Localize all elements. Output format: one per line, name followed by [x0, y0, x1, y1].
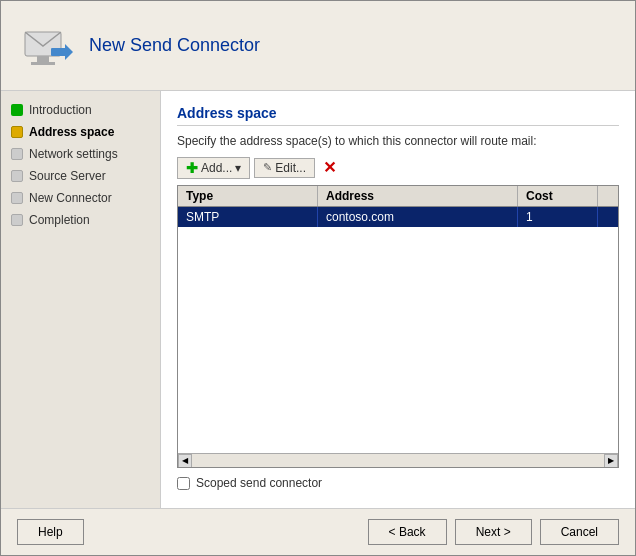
back-button[interactable]: < Back: [368, 519, 447, 545]
scoped-connector-label[interactable]: Scoped send connector: [196, 476, 322, 490]
column-header-type: Type: [178, 186, 318, 206]
sidebar-item-label: New Connector: [29, 191, 112, 205]
add-dropdown-icon: ▾: [235, 161, 241, 175]
delete-button[interactable]: ✕: [319, 156, 340, 179]
cell-type: SMTP: [178, 207, 318, 227]
sidebar-item-label: Source Server: [29, 169, 106, 183]
address-space-table: Type Address Cost SMTP contoso.com 1 ◀ ▶: [177, 185, 619, 468]
cell-cost: 1: [518, 207, 598, 227]
svg-rect-4: [31, 62, 55, 65]
sidebar-item-label: Network settings: [29, 147, 118, 161]
dialog-title: New Send Connector: [89, 35, 260, 56]
svg-rect-3: [37, 56, 49, 62]
dialog-header: New Send Connector: [1, 1, 635, 91]
scroll-left-button[interactable]: ◀: [178, 454, 192, 468]
sidebar-item-new-connector[interactable]: New Connector: [1, 187, 160, 209]
help-button[interactable]: Help: [17, 519, 84, 545]
cancel-button[interactable]: Cancel: [540, 519, 619, 545]
dot-icon: [11, 126, 23, 138]
sidebar-item-address-space[interactable]: Address space: [1, 121, 160, 143]
toolbar: ✚ Add... ▾ ✎ Edit... ✕: [177, 156, 619, 179]
svg-marker-2: [65, 44, 73, 60]
add-icon: ✚: [186, 160, 198, 176]
dot-icon: [11, 148, 23, 160]
footer-left: Help: [17, 519, 84, 545]
dialog-footer: Help < Back Next > Cancel: [1, 508, 635, 555]
sidebar-item-label: Introduction: [29, 103, 92, 117]
dot-icon: [11, 214, 23, 226]
add-button-label: Add...: [201, 161, 232, 175]
table-body: SMTP contoso.com 1: [178, 207, 618, 453]
edit-button[interactable]: ✎ Edit...: [254, 158, 315, 178]
dialog: New Send Connector Introduction Address …: [0, 0, 636, 556]
sidebar-item-label: Address space: [29, 125, 114, 139]
dot-icon: [11, 170, 23, 182]
footer-right: < Back Next > Cancel: [368, 519, 619, 545]
delete-icon: ✕: [323, 158, 336, 177]
sidebar-item-source-server[interactable]: Source Server: [1, 165, 160, 187]
edit-button-label: Edit...: [275, 161, 306, 175]
connector-icon: [21, 20, 73, 72]
sidebar-item-introduction[interactable]: Introduction: [1, 99, 160, 121]
add-button[interactable]: ✚ Add... ▾: [177, 157, 250, 179]
table-header: Type Address Cost: [178, 186, 618, 207]
sidebar-item-label: Completion: [29, 213, 90, 227]
dot-icon: [11, 192, 23, 204]
scoped-connector-row: Scoped send connector: [177, 468, 619, 494]
scroll-right-button[interactable]: ▶: [604, 454, 618, 468]
scoped-connector-checkbox[interactable]: [177, 477, 190, 490]
dot-icon: [11, 104, 23, 116]
column-header-cost: Cost: [518, 186, 598, 206]
sidebar-item-network-settings[interactable]: Network settings: [1, 143, 160, 165]
cell-address: contoso.com: [318, 207, 518, 227]
main-content: Address space Specify the address space(…: [161, 91, 635, 508]
edit-icon: ✎: [263, 161, 272, 174]
scroll-track[interactable]: [192, 454, 604, 467]
table-row[interactable]: SMTP contoso.com 1: [178, 207, 618, 227]
column-header-address: Address: [318, 186, 518, 206]
section-title: Address space: [177, 105, 619, 126]
section-description: Specify the address space(s) to which th…: [177, 134, 619, 148]
horizontal-scrollbar[interactable]: ◀ ▶: [178, 453, 618, 467]
sidebar-item-completion[interactable]: Completion: [1, 209, 160, 231]
dialog-body: Introduction Address space Network setti…: [1, 91, 635, 508]
next-button[interactable]: Next >: [455, 519, 532, 545]
sidebar: Introduction Address space Network setti…: [1, 91, 161, 508]
